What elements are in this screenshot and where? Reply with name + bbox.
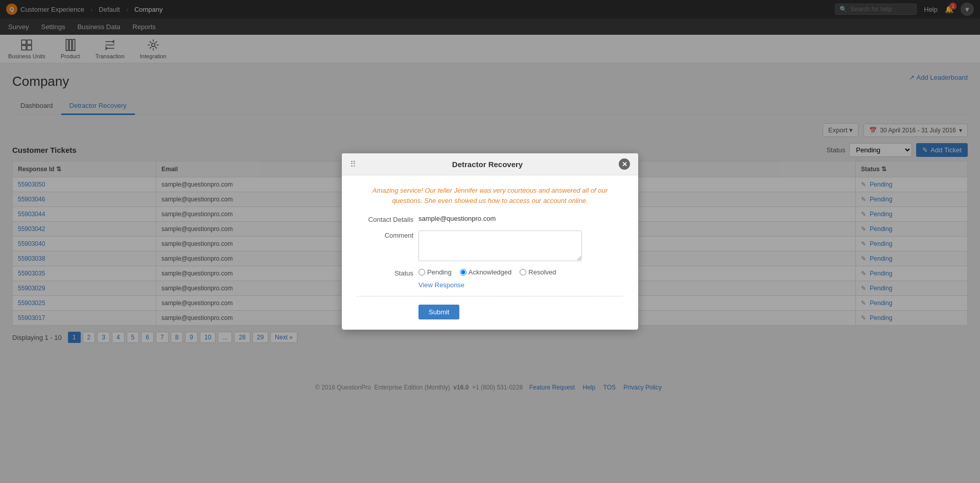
contact-details-value: sample@questionpro.com bbox=[418, 215, 496, 222]
status-radio-acknowledged[interactable]: Acknowledged bbox=[460, 268, 512, 276]
contact-details-row: Contact Details sample@questionpro.com bbox=[357, 215, 623, 223]
modal-quote: Amazing service! Our teller Jennifer was… bbox=[357, 186, 623, 205]
status-radio-resolved[interactable]: Resolved bbox=[520, 268, 556, 276]
status-radio-pending[interactable]: Pending bbox=[418, 268, 452, 276]
comment-label: Comment bbox=[357, 231, 413, 239]
submit-button[interactable]: Submit bbox=[418, 305, 459, 319]
modal-overlay[interactable]: ⠿ Detractor Recovery ✕ Amazing service! … bbox=[0, 0, 980, 401]
status-radio-acknowledged-input[interactable] bbox=[460, 269, 466, 275]
status-label: Status bbox=[357, 268, 413, 277]
modal-drag-handle[interactable]: ⠿ bbox=[350, 159, 356, 169]
comment-row: Comment bbox=[357, 231, 623, 261]
modal-header: ⠿ Detractor Recovery ✕ bbox=[342, 153, 638, 175]
modal-divider bbox=[357, 296, 623, 296]
status-row: Status Pending Acknowledged Resolved bbox=[357, 268, 623, 277]
modal-title: Detractor Recovery bbox=[356, 160, 619, 169]
comment-textarea[interactable] bbox=[418, 231, 582, 261]
status-radio-resolved-input[interactable] bbox=[520, 269, 526, 275]
modal-body: Amazing service! Our teller Jennifer was… bbox=[342, 175, 638, 330]
view-response-link[interactable]: View Response bbox=[418, 281, 623, 289]
contact-details-label: Contact Details bbox=[357, 215, 413, 223]
status-radio-pending-input[interactable] bbox=[418, 269, 425, 275]
status-radios: Pending Acknowledged Resolved bbox=[418, 268, 556, 276]
modal-close-button[interactable]: ✕ bbox=[619, 158, 630, 170]
modal: ⠿ Detractor Recovery ✕ Amazing service! … bbox=[342, 153, 638, 330]
